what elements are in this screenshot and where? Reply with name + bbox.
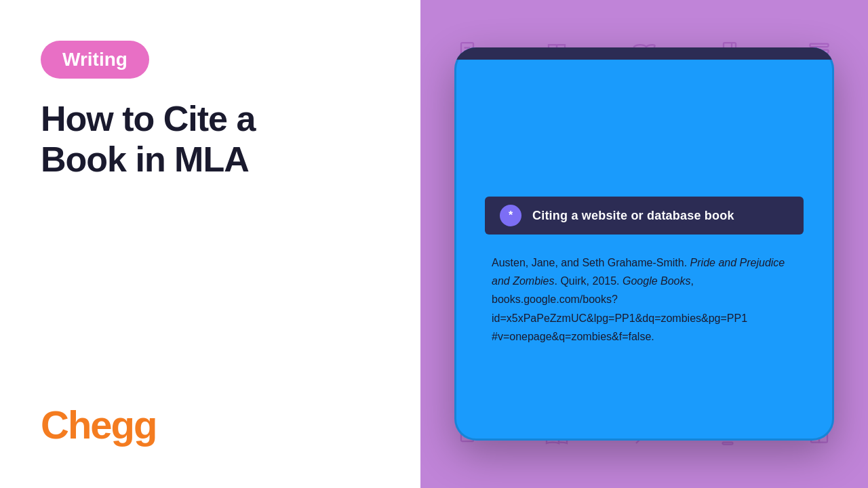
citation-italic2: Google Books	[623, 275, 691, 287]
asterisk-symbol: *	[509, 209, 513, 222]
svg-rect-7	[810, 44, 829, 47]
left-panel: Writing How to Cite a Book in MLA Chegg	[0, 0, 420, 488]
top-section: Writing How to Cite a Book in MLA	[41, 41, 387, 180]
citation-text-part1: Austen, Jane, and Seth Grahame-Smith.	[492, 257, 690, 268]
tablet-top-bar	[454, 47, 834, 60]
right-panel: * Citing a website or database book Aust…	[420, 0, 868, 488]
svg-rect-56	[723, 443, 733, 445]
badge-label: Writing	[62, 49, 127, 70]
cite-header-bar: * Citing a website or database book	[485, 197, 804, 235]
title-line1: How to Cite a	[41, 99, 255, 138]
citation-text-part2: . Quirk, 2015.	[555, 275, 623, 287]
cite-header-text: Citing a website or database book	[532, 209, 734, 223]
cite-body: Austen, Jane, and Seth Grahame-Smith. Pr…	[485, 253, 804, 346]
writing-badge: Writing	[41, 41, 149, 79]
chegg-logo: Chegg	[41, 402, 387, 447]
tablet-content: * Citing a website or database book Aust…	[454, 197, 834, 346]
tablet-card: * Citing a website or database book Aust…	[454, 47, 834, 441]
page-title: How to Cite a Book in MLA	[41, 99, 387, 180]
asterisk-badge: *	[500, 205, 521, 226]
title-line2: Book in MLA	[41, 140, 249, 179]
